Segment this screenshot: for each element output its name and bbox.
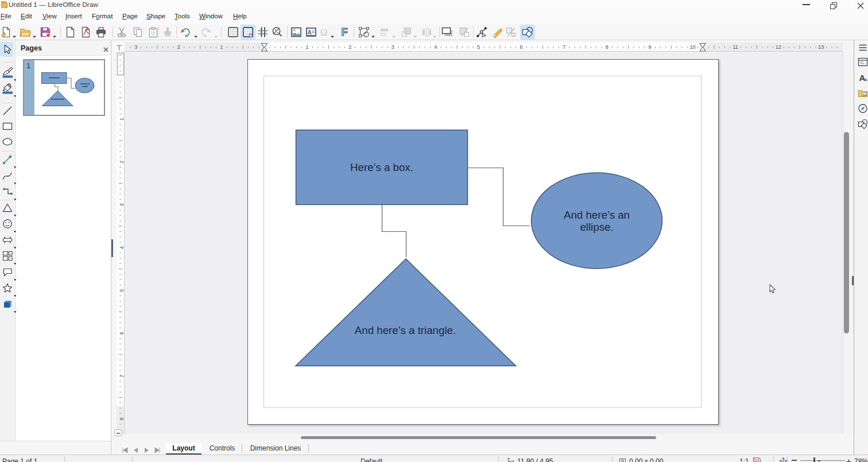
svg-text:And here’s an: And here’s an — [564, 209, 630, 221]
svg-text:7: 7 — [119, 375, 125, 378]
svg-text:2: 2 — [348, 44, 351, 50]
svg-text:4: 4 — [119, 246, 125, 249]
svg-text:3: 3 — [392, 44, 394, 50]
svg-text:6: 6 — [119, 332, 125, 335]
svg-text:6: 6 — [520, 44, 523, 50]
svg-text:12: 12 — [776, 44, 781, 50]
svg-text:1: 1 — [306, 44, 309, 50]
svg-text:7: 7 — [563, 44, 565, 50]
svg-text:2: 2 — [177, 44, 180, 50]
svg-text:13: 13 — [818, 44, 824, 50]
svg-text:3: 3 — [119, 203, 125, 206]
svg-text:11: 11 — [733, 44, 738, 50]
svg-text:4: 4 — [434, 44, 437, 50]
svg-text:3: 3 — [134, 44, 137, 50]
svg-text:2: 2 — [119, 161, 125, 164]
svg-text:And here’s a triangle.: And here’s a triangle. — [355, 324, 456, 336]
svg-text:1: 1 — [220, 44, 223, 50]
svg-text:1: 1 — [119, 118, 125, 121]
svg-text:8: 8 — [606, 44, 609, 50]
svg-text:9: 9 — [648, 44, 651, 50]
svg-text:Ω: Ω — [320, 27, 328, 38]
svg-text:A: A — [307, 29, 311, 36]
svg-text:5: 5 — [119, 289, 125, 292]
svg-text:10: 10 — [689, 44, 695, 50]
svg-text:ellipse.: ellipse. — [580, 221, 613, 233]
svg-text:F: F — [342, 26, 348, 38]
svg-text:5: 5 — [477, 44, 480, 50]
svg-text:8: 8 — [119, 417, 125, 420]
svg-text:Here’s a box.: Here’s a box. — [350, 161, 413, 173]
